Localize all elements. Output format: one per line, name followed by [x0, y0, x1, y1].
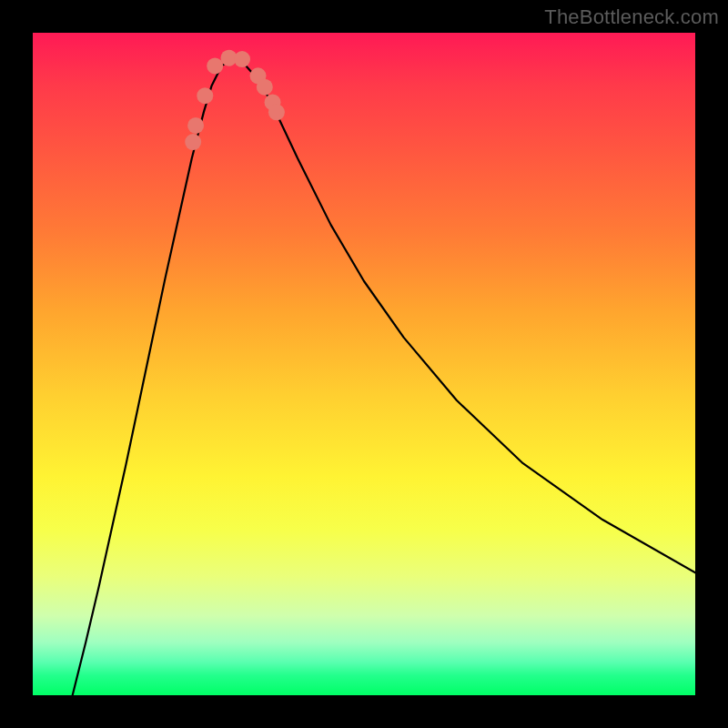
- watermark-text: TheBottleneck.com: [544, 5, 719, 29]
- plot-area: [33, 33, 695, 695]
- curve-marker: [268, 104, 285, 120]
- curve-marker: [257, 79, 273, 96]
- bottleneck-curve: [73, 59, 695, 695]
- curve-svg: [33, 33, 695, 695]
- curve-marker: [187, 117, 204, 134]
- curve-marker: [197, 87, 213, 104]
- curve-markers: [185, 50, 285, 150]
- curve-marker: [234, 51, 250, 67]
- curve-marker: [185, 134, 201, 150]
- outer-frame: TheBottleneck.com: [0, 0, 728, 728]
- curve-marker: [207, 57, 223, 74]
